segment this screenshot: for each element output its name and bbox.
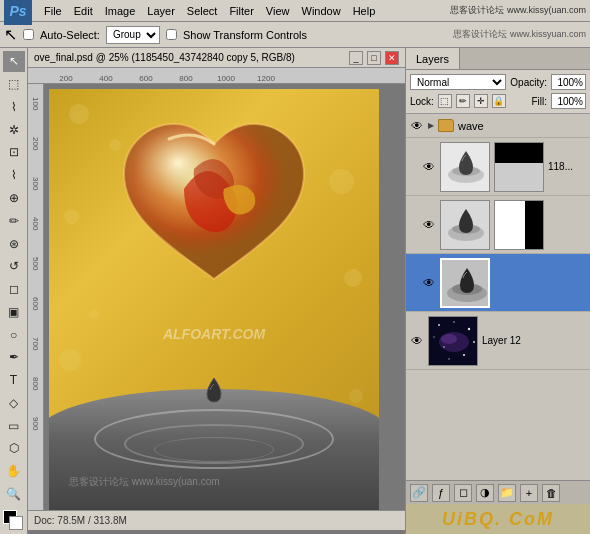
svg-rect-9 xyxy=(525,201,544,250)
tool-gradient[interactable]: ▣ xyxy=(3,301,25,322)
lock-paint-icon[interactable]: ✏ xyxy=(456,94,470,108)
tool-zoom[interactable]: 🔍 xyxy=(3,484,25,505)
new-adjustment-button[interactable]: ◑ xyxy=(476,484,494,502)
layer-mask-2 xyxy=(494,200,544,250)
ruler-mark: 200 xyxy=(46,74,86,83)
watermark2: 思客设计论坛 www.kissy(uan.com xyxy=(69,475,220,489)
svg-point-18 xyxy=(473,341,475,343)
auto-select-icon: ↖ xyxy=(4,25,17,44)
layers-tab[interactable]: Layers xyxy=(406,48,460,69)
layer-eye-1[interactable]: 👁 xyxy=(422,160,436,174)
layer-row-2[interactable]: 👁 xyxy=(406,196,590,254)
tool-brush[interactable]: ✏ xyxy=(3,210,25,231)
tool-lasso[interactable]: ⌇ xyxy=(3,97,25,118)
layer-row-4[interactable]: 👁 xyxy=(406,312,590,370)
svg-point-20 xyxy=(463,353,465,355)
tool-type[interactable]: T xyxy=(3,370,25,391)
tool-clone[interactable]: ⊛ xyxy=(3,233,25,254)
tool-history[interactable]: ↺ xyxy=(3,256,25,277)
tool-magic-wand[interactable]: ✲ xyxy=(3,119,25,140)
tool-move[interactable]: ↖ xyxy=(3,51,25,72)
layer-thumbnail-4 xyxy=(428,316,478,366)
svg-point-16 xyxy=(468,327,470,329)
link-layers-button[interactable]: 🔗 xyxy=(410,484,428,502)
close-button[interactable]: ✕ xyxy=(385,51,399,65)
thumb-svg-2 xyxy=(441,201,490,250)
blend-mode-select[interactable]: Normal Multiply Screen Overlay xyxy=(410,74,506,90)
tool-pen[interactable]: ✒ xyxy=(3,347,25,368)
svg-point-17 xyxy=(433,336,434,337)
svg-point-15 xyxy=(453,321,455,323)
tool-dodge[interactable]: ○ xyxy=(3,324,25,345)
fill-input[interactable] xyxy=(551,93,586,109)
tool-marquee[interactable]: ⬚ xyxy=(3,74,25,95)
new-layer-button[interactable]: + xyxy=(520,484,538,502)
lock-position-icon[interactable]: ✛ xyxy=(474,94,488,108)
canvas-statusbar: Doc: 78.5M / 313.8M xyxy=(28,510,405,530)
auto-select-dropdown[interactable]: Group Layer xyxy=(106,26,160,44)
delete-layer-button[interactable]: 🗑 xyxy=(542,484,560,502)
menu-view[interactable]: View xyxy=(266,5,290,17)
tool-heal[interactable]: ⊕ xyxy=(3,188,25,209)
menu-select[interactable]: Select xyxy=(187,5,218,17)
thumb-svg-4 xyxy=(429,317,478,366)
water-drop-svg xyxy=(205,376,223,404)
menu-image[interactable]: Image xyxy=(105,5,136,17)
toolbar-right-info: 思客设计论坛 www.kissyuan.com xyxy=(453,28,586,41)
svg-rect-4 xyxy=(495,163,544,192)
menu-bar: Ps File Edit Image Layer Select Filter V… xyxy=(0,0,590,22)
layer-group-wave[interactable]: 👁 ▶ wave xyxy=(406,114,590,138)
bottom-brand-bar: UiBQ. CoM xyxy=(406,504,590,534)
add-style-button[interactable]: ƒ xyxy=(432,484,450,502)
lock-transparent-icon[interactable]: ⬚ xyxy=(438,94,452,108)
tool-eyedropper[interactable]: ⌇ xyxy=(3,165,25,186)
tool-shape[interactable]: ▭ xyxy=(3,415,25,436)
add-mask-button[interactable]: ◻ xyxy=(454,484,472,502)
menu-layer[interactable]: Layer xyxy=(147,5,175,17)
maximize-button[interactable]: □ xyxy=(367,51,381,65)
lock-all-icon[interactable]: 🔒 xyxy=(492,94,506,108)
thumb-svg-1 xyxy=(441,143,490,192)
tool-3d[interactable]: ⬡ xyxy=(3,438,25,459)
layers-controls: Normal Multiply Screen Overlay Opacity: … xyxy=(406,70,590,114)
layer-eye-2[interactable]: 👁 xyxy=(422,218,436,232)
layer-eye-wave[interactable]: 👁 xyxy=(410,119,424,133)
ruler-horizontal: 200 400 600 800 1000 1200 xyxy=(28,68,405,84)
canvas-title: ove_final.psd @ 25% (1185450_43742840 co… xyxy=(34,52,345,63)
lock-label: Lock: xyxy=(410,96,434,107)
ruler-mark: 1000 xyxy=(206,74,246,83)
ruler-vertical: 100 200 300 400 500 600 700 800 900 xyxy=(28,84,44,510)
new-group-button[interactable]: 📁 xyxy=(498,484,516,502)
transform-checkbox[interactable] xyxy=(166,29,177,40)
image-canvas[interactable]: ALFOART.COM 思客设计论坛 www.kissy(uan.com xyxy=(44,84,405,510)
menu-help[interactable]: Help xyxy=(353,5,376,17)
layer-row-3[interactable]: 👁 xyxy=(406,254,590,312)
tool-hand[interactable]: ✋ xyxy=(3,461,25,482)
main-area: ↖ ⬚ ⌇ ✲ ⊡ ⌇ ⊕ ✏ ⊛ ↺ ◻ ▣ ○ ✒ T ◇ ▭ ⬡ ✋ 🔍 … xyxy=(0,48,590,534)
canvas-titlebar: ove_final.psd @ 25% (1185450_43742840 co… xyxy=(28,48,405,68)
tool-path[interactable]: ◇ xyxy=(3,392,25,413)
layers-panel: Layers Normal Multiply Screen Overlay Op… xyxy=(405,48,590,534)
layer-row-1[interactable]: 👁 xyxy=(406,138,590,196)
opacity-input[interactable] xyxy=(551,74,586,90)
menu-filter[interactable]: Filter xyxy=(229,5,253,17)
foreground-color[interactable] xyxy=(3,510,25,531)
heart-svg xyxy=(114,109,314,299)
canvas-image-content: ALFOART.COM 思客设计论坛 www.kissy(uan.com xyxy=(49,89,379,510)
layer-mask-1 xyxy=(494,142,544,192)
menu-file[interactable]: File xyxy=(44,5,62,17)
ps-logo: Ps xyxy=(4,0,32,25)
menu-window[interactable]: Window xyxy=(302,5,341,17)
tool-crop[interactable]: ⊡ xyxy=(3,142,25,163)
group-expand-icon[interactable]: ▶ xyxy=(428,121,434,130)
tool-eraser[interactable]: ◻ xyxy=(3,279,25,300)
minimize-button[interactable]: _ xyxy=(349,51,363,65)
layer-eye-4[interactable]: 👁 xyxy=(410,334,424,348)
auto-select-checkbox[interactable] xyxy=(23,29,34,40)
group-name: wave xyxy=(458,120,586,132)
svg-point-23 xyxy=(441,334,457,344)
layers-tab-bar: Layers xyxy=(406,48,590,70)
ruler-mark: 1200 xyxy=(246,74,286,83)
layer-eye-3[interactable]: 👁 xyxy=(422,276,436,290)
menu-edit[interactable]: Edit xyxy=(74,5,93,17)
